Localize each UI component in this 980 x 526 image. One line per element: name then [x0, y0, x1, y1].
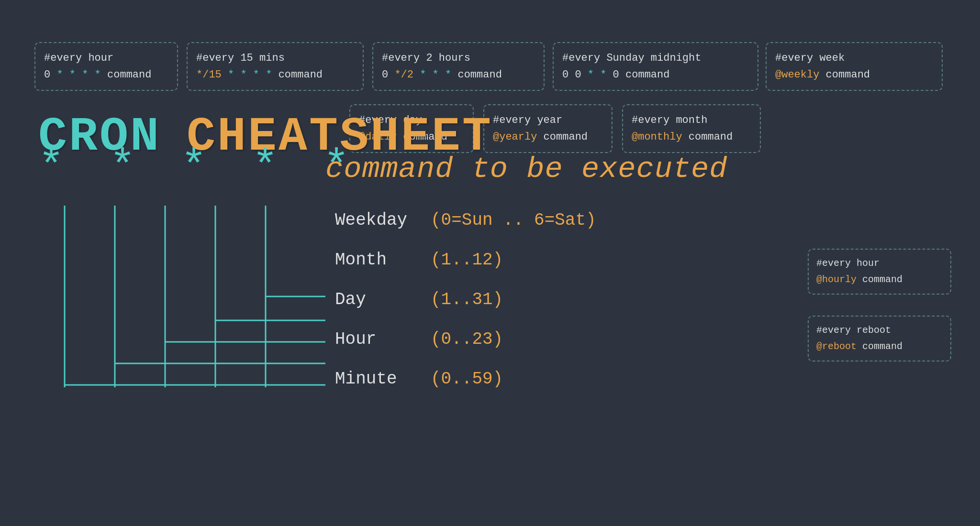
- box-hourly-small: #every hour @hourly command: [808, 249, 951, 295]
- label-weekday: Weekday (0=Sun .. 6=Sat): [335, 210, 596, 230]
- code-every-sunday: 0 0 * * 0 command: [562, 66, 749, 83]
- code-reboot-small: @reboot command: [816, 339, 943, 355]
- code-every-hour: 0 * * * * command: [44, 66, 168, 83]
- code-hourly-small: @hourly command: [816, 272, 943, 288]
- comment-every-month: #every month: [632, 112, 751, 129]
- comment-every-sunday: #every Sunday midnight: [562, 50, 749, 66]
- box-every-hour: #every hour 0 * * * * command: [34, 42, 178, 91]
- box-every-week: #every week @weekly command: [766, 42, 943, 91]
- star-3: *: [181, 146, 207, 189]
- box-every-year: #every year @yearly command: [483, 104, 612, 153]
- page-container: #every hour 0 * * * * command #every 15 …: [0, 0, 980, 526]
- code-every-month: @monthly command: [632, 129, 751, 145]
- code-every-year: @yearly command: [493, 129, 603, 145]
- box-every-2-hours: #every 2 hours 0 */2 * * * command: [372, 42, 545, 91]
- comment-hourly-small: #every hour: [816, 255, 943, 272]
- star-4: *: [252, 146, 278, 189]
- stars-row: * * * * *: [38, 146, 349, 189]
- label-month: Month (1..12): [335, 250, 596, 270]
- comment-every-15-mins: #every 15 mins: [196, 50, 354, 66]
- comment-every-hour: #every hour: [44, 50, 168, 66]
- comment-every-2-hours: #every 2 hours: [382, 50, 535, 66]
- star-1: *: [38, 146, 64, 189]
- command-executed-label: command to be executed: [325, 152, 728, 186]
- code-every-15-mins: */15 * * * * command: [196, 66, 354, 83]
- labels-container: Weekday (0=Sun .. 6=Sat) Month (1..12) D…: [335, 210, 596, 409]
- label-hour: Hour (0..23): [335, 329, 596, 349]
- box-every-month: #every month @monthly command: [622, 104, 761, 153]
- comment-every-week: #every week: [775, 50, 933, 66]
- box-every-15-mins: #every 15 mins */15 * * * * command: [187, 42, 364, 91]
- star-2: *: [110, 146, 135, 189]
- box-reboot-small: #every reboot @reboot command: [808, 316, 951, 362]
- box-every-sunday: #every Sunday midnight 0 0 * * 0 command: [553, 42, 758, 91]
- code-every-2-hours: 0 */2 * * * command: [382, 66, 535, 83]
- comment-reboot-small: #every reboot: [816, 322, 943, 339]
- code-every-week: @weekly command: [775, 66, 933, 83]
- label-minute: Minute (0..59): [335, 369, 596, 389]
- tree-svg: [38, 201, 354, 402]
- tree-diagram: [38, 201, 354, 402]
- comment-every-year: #every year: [493, 112, 603, 129]
- label-day: Day (1..31): [335, 290, 596, 309]
